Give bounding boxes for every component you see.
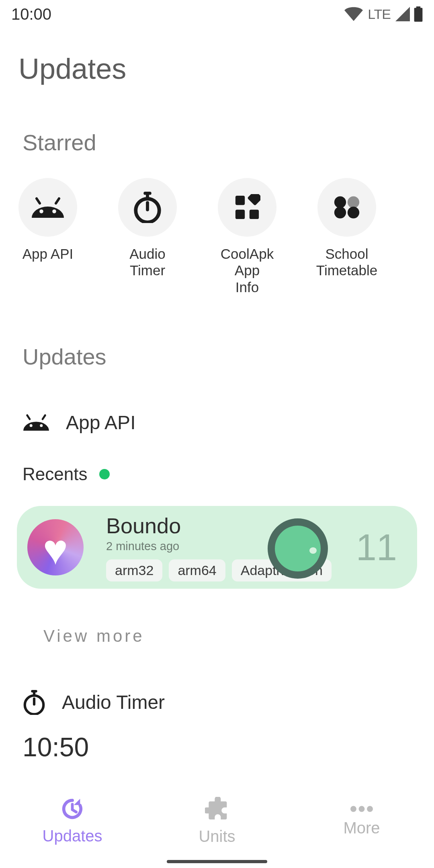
android-icon — [23, 414, 49, 431]
nav-label: More — [343, 819, 380, 837]
stopwatch-icon — [118, 178, 177, 237]
nav-label: Updates — [43, 827, 102, 845]
widget-audio-timer-header[interactable]: Audio Timer — [0, 690, 434, 715]
svg-rect-8 — [250, 210, 259, 219]
tag-arch: arm32 — [106, 559, 162, 581]
android-icon — [18, 178, 77, 237]
status-right: LTE — [344, 6, 423, 22]
svg-point-21 — [359, 806, 365, 812]
svg-point-12 — [334, 207, 346, 218]
network-type: LTE — [368, 6, 391, 22]
starred-item-app-api[interactable]: App API — [14, 178, 82, 295]
status-time: 10:00 — [11, 5, 51, 23]
starred-item-coolapk[interactable]: CoolApk AppInfo — [213, 178, 281, 295]
svg-point-14 — [30, 424, 33, 427]
svg-point-0 — [39, 209, 43, 213]
nav-tab-units[interactable]: Units — [145, 787, 289, 855]
android-version-disc-icon — [268, 518, 328, 579]
recents-label: Recents — [23, 464, 87, 484]
status-bar: 10:00 LTE — [0, 0, 434, 28]
new-indicator-dot — [99, 469, 110, 479]
starred-item-school-timetable[interactable]: SchoolTimetable — [313, 178, 381, 295]
bottom-nav: Updates Units More — [0, 787, 434, 855]
svg-point-20 — [350, 806, 356, 812]
battery-icon — [414, 6, 423, 22]
nav-tab-more[interactable]: More — [289, 787, 434, 855]
clock-refresh-icon — [61, 797, 84, 821]
svg-point-1 — [52, 209, 56, 213]
section-updates-heading: Updates — [0, 344, 434, 370]
svg-point-22 — [367, 806, 373, 812]
recents-row: Recents — [0, 464, 434, 484]
svg-rect-9 — [247, 194, 260, 206]
stopwatch-icon — [23, 690, 45, 715]
gesture-bar[interactable] — [167, 860, 267, 863]
fourdots-icon — [317, 178, 376, 237]
starred-label: SchoolTimetable — [316, 246, 377, 279]
view-more-button[interactable]: View more — [0, 626, 434, 646]
widget-title: Audio Timer — [62, 691, 165, 713]
starred-label: CoolApk AppInfo — [213, 246, 281, 295]
starred-label: Audio Timer — [113, 246, 182, 279]
widgets-icon — [218, 178, 276, 237]
app-subtitle: 2 minutes ago — [106, 540, 395, 553]
widget-title: App API — [66, 411, 135, 434]
dots-icon — [350, 805, 373, 813]
puzzle-icon — [205, 797, 229, 821]
svg-point-13 — [348, 207, 359, 218]
svg-rect-7 — [235, 210, 245, 219]
app-icon-boundo — [27, 519, 84, 575]
starred-item-audio-timer[interactable]: Audio Timer — [113, 178, 182, 295]
svg-point-11 — [348, 197, 359, 208]
svg-point-10 — [334, 197, 346, 208]
app-name: Boundo — [106, 513, 395, 538]
nav-tab-updates[interactable]: Updates — [0, 787, 145, 855]
cellular-icon — [395, 7, 410, 21]
nav-label: Units — [199, 827, 235, 845]
widget-app-api-header[interactable]: App API — [0, 411, 434, 434]
section-starred-heading: Starred — [0, 129, 434, 156]
starred-label: App API — [23, 246, 73, 262]
page-title: Updates — [0, 28, 434, 85]
starred-row: App API Audio Timer CoolApk AppInfo Scho… — [0, 156, 434, 295]
tag-arch: arm64 — [169, 559, 225, 581]
app-card-boundo[interactable]: Boundo 2 minutes ago arm32 arm64 Adaptiv… — [17, 506, 417, 589]
tag-row: arm32 arm64 Adaptive icon — [106, 559, 395, 581]
timer-value: 10:50 — [0, 732, 434, 762]
svg-rect-6 — [235, 196, 245, 205]
svg-rect-5 — [146, 201, 149, 211]
app-card-body: Boundo 2 minutes ago arm32 arm64 Adaptiv… — [106, 513, 395, 581]
svg-rect-19 — [33, 697, 35, 705]
svg-point-15 — [40, 424, 43, 427]
api-level: 11 — [356, 526, 397, 568]
wifi-icon — [344, 7, 363, 21]
